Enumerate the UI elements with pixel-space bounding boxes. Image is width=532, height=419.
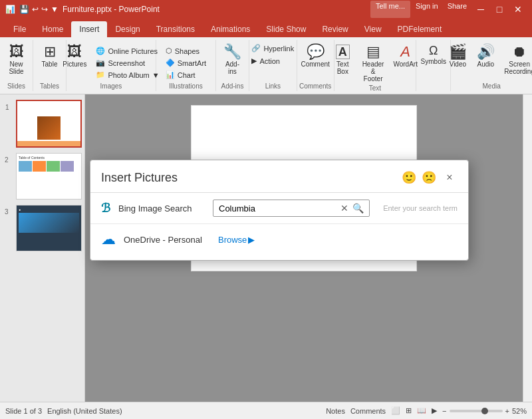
onedrive-icon: ☁ xyxy=(101,231,116,248)
bing-search-box: ✕ 🔍 xyxy=(213,200,370,217)
onedrive-row: ☁ OneDrive - Personal Browse ▶ xyxy=(90,223,468,255)
dialog-overlay: Insert Pictures 🙂 🙁 × ℬ Bing Image Searc… xyxy=(0,0,532,419)
bing-search-label: Bing Image Search xyxy=(118,204,205,213)
onedrive-label: OneDrive - Personal xyxy=(124,235,210,245)
bing-icon: ℬ xyxy=(101,201,110,215)
frown-icon[interactable]: 🙁 xyxy=(422,170,436,185)
browse-btn[interactable]: Browse ▶ xyxy=(218,235,255,245)
search-clear-icon[interactable]: ✕ xyxy=(340,203,348,213)
dialog-emojis: 🙂 🙁 xyxy=(402,170,436,185)
smiley-icon[interactable]: 🙂 xyxy=(402,170,416,185)
search-hint: Enter your search term xyxy=(383,204,458,212)
dialog-close-btn[interactable]: × xyxy=(442,170,458,186)
search-go-icon[interactable]: 🔍 xyxy=(352,203,364,213)
dialog-body: ℬ Bing Image Search ✕ 🔍 Enter your searc… xyxy=(90,192,468,260)
dialog-header: Insert Pictures 🙂 🙁 × xyxy=(90,160,468,192)
browse-arrow: ▶ xyxy=(248,235,255,245)
bing-search-input[interactable] xyxy=(219,204,336,213)
browse-label: Browse xyxy=(218,235,247,245)
insert-pictures-dialog: Insert Pictures 🙂 🙁 × ℬ Bing Image Searc… xyxy=(90,160,469,261)
bing-search-row: ℬ Bing Image Search ✕ 🔍 Enter your searc… xyxy=(90,192,468,223)
dialog-header-right: 🙂 🙁 × xyxy=(402,170,458,186)
dialog-title: Insert Pictures xyxy=(101,171,178,185)
